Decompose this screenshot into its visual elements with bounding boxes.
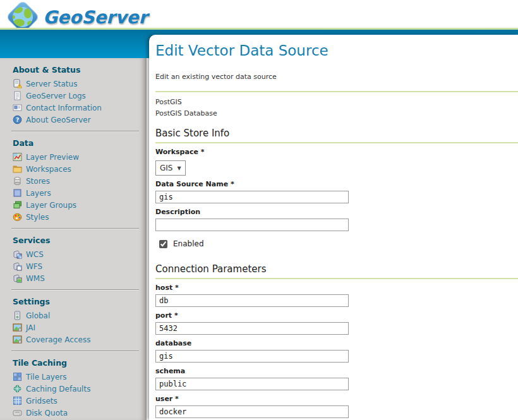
sidebar-item-jai: JAI bbox=[13, 323, 147, 332]
sidebar-item-layer-preview: Layer Preview bbox=[13, 152, 147, 162]
host-input[interactable] bbox=[155, 294, 349, 307]
sidebar-link-styles[interactable]: Styles bbox=[26, 213, 49, 222]
enabled-label: Enabled bbox=[173, 239, 204, 248]
sidebar-link-gridsets[interactable]: Gridsets bbox=[26, 397, 57, 405]
database-icon bbox=[13, 176, 22, 186]
sidebar-link-contact-information[interactable]: Contact Information bbox=[26, 104, 102, 112]
user-label: user * bbox=[155, 395, 518, 403]
wcs-icon bbox=[13, 249, 22, 259]
sidebar-separator bbox=[11, 289, 139, 291]
sidebar-section-title-services: Services bbox=[13, 236, 147, 245]
sidebar-item-layers: Layers bbox=[13, 188, 147, 198]
data-source-name-label: Data Source Name * bbox=[155, 180, 518, 188]
sidebar-link-geoserver-logs[interactable]: GeoServer Logs bbox=[26, 92, 86, 100]
sidebar-item-coverage-access: Coverage Access bbox=[13, 335, 147, 344]
sidebar-item-server-status: Server Status bbox=[13, 79, 147, 88]
store-type: PostGIS bbox=[155, 97, 518, 108]
about-icon: ? bbox=[13, 115, 22, 124]
svg-text:?: ? bbox=[16, 117, 19, 123]
user-input[interactable] bbox=[155, 405, 349, 418]
gridsets-icon bbox=[13, 396, 22, 405]
sidebar-item-styles: Styles bbox=[13, 212, 147, 222]
sidebar-section-title-data: Data bbox=[13, 138, 147, 148]
sidebar-item-wfs: WFS bbox=[13, 261, 147, 271]
wfs-icon bbox=[13, 261, 22, 271]
server-status-icon bbox=[13, 79, 22, 88]
sidebar-item-layer-groups: Layer Groups bbox=[13, 200, 147, 210]
sidebar-link-stores[interactable]: Stores bbox=[26, 177, 50, 186]
sidebar-section-title-tile-caching: Tile Caching bbox=[13, 358, 147, 368]
description-input[interactable] bbox=[155, 219, 349, 231]
layer-groups-icon bbox=[13, 200, 22, 210]
sidebar-item-wcs: WCS bbox=[13, 249, 147, 259]
sidebar-item-about-geoserver: ? About GeoServer bbox=[13, 115, 147, 124]
wms-icon bbox=[13, 273, 22, 283]
sidebar-item-caching-defaults: Caching Defaults bbox=[13, 384, 147, 393]
palette-icon bbox=[13, 212, 22, 222]
port-input[interactable] bbox=[155, 322, 349, 335]
sidebar-link-tile-layers[interactable]: Tile Layers bbox=[26, 373, 67, 381]
enabled-checkbox[interactable] bbox=[159, 240, 167, 248]
sidebar-link-coverage-access[interactable]: Coverage Access bbox=[26, 335, 90, 344]
content-divider bbox=[155, 91, 518, 92]
workspace-select-value: GIS bbox=[160, 164, 172, 172]
coverage-access-icon bbox=[13, 335, 22, 344]
layer-preview-icon bbox=[13, 152, 22, 162]
sidebar: About & Status Server Status GeoServer L… bbox=[0, 58, 147, 420]
sidebar-item-stores: Stores bbox=[13, 176, 147, 186]
host-label: host * bbox=[155, 284, 518, 292]
folder-icon bbox=[13, 164, 22, 174]
sidebar-item-contact-information: Contact Information bbox=[13, 103, 147, 112]
caching-defaults-icon bbox=[13, 384, 22, 393]
sidebar-item-tile-layers: Tile Layers bbox=[13, 372, 147, 381]
sidebar-link-layer-preview[interactable]: Layer Preview bbox=[26, 153, 79, 162]
header: GeoServer bbox=[0, 0, 518, 28]
jai-icon bbox=[13, 323, 22, 332]
database-input[interactable] bbox=[155, 350, 349, 363]
tile-layers-icon bbox=[13, 372, 22, 381]
layers-icon bbox=[13, 188, 22, 198]
global-icon bbox=[13, 311, 22, 320]
sidebar-separator bbox=[11, 228, 139, 229]
sidebar-link-workspaces[interactable]: Workspaces bbox=[26, 165, 71, 174]
schema-input[interactable] bbox=[155, 378, 349, 390]
main-content-panel: Edit Vector Data Source Edit an existing… bbox=[149, 35, 518, 420]
sidebar-separator bbox=[11, 131, 139, 132]
schema-label: schema bbox=[155, 367, 518, 375]
sidebar-link-wcs[interactable]: WCS bbox=[26, 250, 44, 259]
geoserver-app: GeoServer About & Status Server Status bbox=[0, 0, 518, 420]
sidebar-link-caching-defaults[interactable]: Caching Defaults bbox=[26, 385, 90, 393]
chevron-down-icon: ▼ bbox=[177, 165, 181, 171]
data-source-name-input[interactable] bbox=[155, 191, 349, 203]
sidebar-section-title-about-status: About & Status bbox=[13, 65, 147, 75]
sidebar-link-server-status[interactable]: Server Status bbox=[26, 80, 77, 88]
sidebar-link-jai[interactable]: JAI bbox=[26, 323, 35, 332]
sidebar-item-wms: WMS bbox=[13, 273, 147, 283]
sidebar-link-layers[interactable]: Layers bbox=[26, 189, 51, 198]
sidebar-link-global[interactable]: Global bbox=[26, 311, 50, 320]
sidebar-item-global: Global bbox=[13, 311, 147, 320]
workspace-label: Workspace * bbox=[155, 148, 518, 156]
store-type-description: PostGIS Database bbox=[155, 108, 518, 119]
sidebar-section-title-settings: Settings bbox=[13, 297, 147, 306]
sidebar-link-wms[interactable]: WMS bbox=[26, 274, 45, 283]
disk-quota-icon bbox=[13, 408, 22, 417]
basic-store-info-heading: Basic Store Info bbox=[155, 128, 518, 143]
page-title: Edit Vector Data Source bbox=[155, 42, 518, 59]
sidebar-link-about-geoserver[interactable]: About GeoServer bbox=[26, 116, 91, 124]
sidebar-item-disk-quota: Disk Quota bbox=[13, 408, 147, 417]
sidebar-item-gridsets: Gridsets bbox=[13, 396, 147, 405]
workspace-select[interactable]: GIS ▼ bbox=[155, 160, 186, 176]
sidebar-link-disk-quota[interactable]: Disk Quota bbox=[26, 409, 68, 417]
database-label: database bbox=[155, 339, 518, 347]
connection-parameters-heading: Connection Parameters bbox=[155, 263, 518, 279]
contact-icon bbox=[13, 103, 22, 112]
sidebar-item-workspaces: Workspaces bbox=[13, 164, 147, 174]
logs-icon bbox=[13, 91, 22, 100]
sidebar-link-wfs[interactable]: WFS bbox=[26, 262, 42, 271]
sidebar-link-layer-groups[interactable]: Layer Groups bbox=[26, 201, 76, 210]
brand-wordmark: GeoServer bbox=[43, 7, 147, 28]
description-label: Description bbox=[155, 208, 518, 216]
port-label: port * bbox=[155, 311, 518, 320]
sidebar-item-geoserver-logs: GeoServer Logs bbox=[13, 91, 147, 100]
